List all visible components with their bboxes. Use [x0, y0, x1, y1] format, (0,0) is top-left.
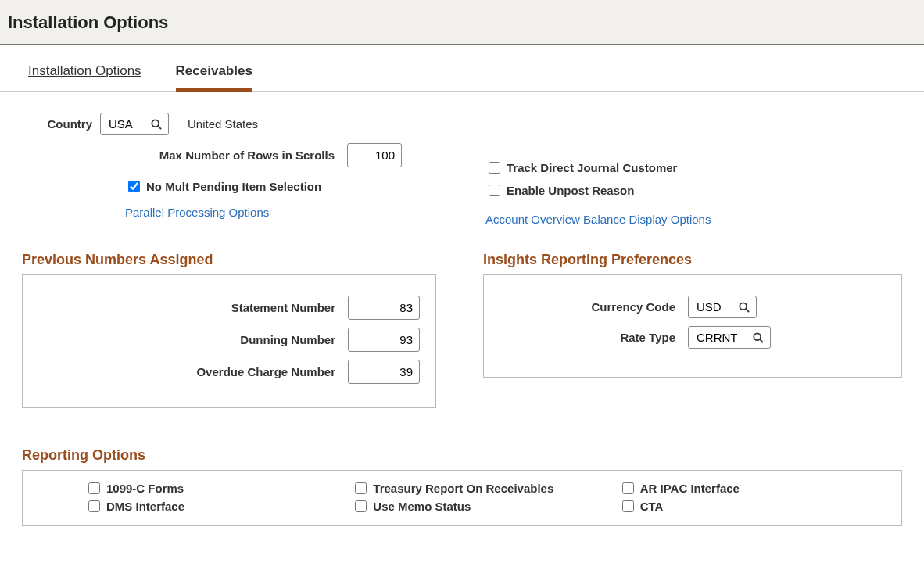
rate-type-input[interactable] [695, 330, 748, 345]
balance-display-link[interactable]: Account Overview Balance Display Options [485, 213, 711, 226]
treasury-label: Treasury Report On Receivables [373, 482, 553, 495]
svg-line-3 [746, 309, 749, 312]
memo-label: Use Memo Status [373, 500, 471, 513]
max-rows-label: Max Number of Rows in Scrolls [22, 149, 335, 162]
max-rows-input[interactable] [347, 143, 402, 167]
left-column: Country United States Max Number of Rows… [22, 113, 439, 227]
content-area: Country United States Max Number of Rows… [0, 92, 924, 547]
memo-checkbox[interactable] [355, 500, 367, 512]
country-label: Country [22, 117, 92, 131]
tab-installation-options[interactable]: Installation Options [28, 63, 141, 91]
country-input[interactable] [107, 116, 146, 131]
dms-label: DMS Interface [106, 500, 184, 513]
search-icon[interactable] [151, 119, 162, 130]
currency-code-lookup[interactable] [688, 296, 757, 318]
currency-code-input[interactable] [695, 299, 734, 314]
overdue-charge-input[interactable] [348, 360, 420, 384]
statement-number-input[interactable] [348, 296, 420, 320]
tab-bar: Installation Options Receivables [0, 45, 924, 92]
svg-point-0 [152, 120, 159, 127]
page-header: Installation Options [0, 0, 924, 45]
svg-line-1 [158, 126, 161, 129]
track-direct-checkbox[interactable] [489, 162, 500, 174]
search-icon[interactable] [739, 302, 750, 313]
page-title: Installation Options [8, 13, 916, 33]
reporting-options-title: Reporting Options [22, 447, 902, 464]
svg-point-4 [754, 333, 761, 340]
1099c-label: 1099-C Forms [106, 482, 184, 495]
svg-line-5 [760, 339, 763, 342]
country-lookup[interactable] [100, 113, 169, 135]
dunning-number-label: Dunning Number [38, 333, 335, 346]
no-mult-pending-checkbox[interactable] [128, 181, 140, 192]
reporting-options-box: 1099-C Forms DMS Interface Treasury Repo… [22, 470, 902, 526]
rate-type-lookup[interactable] [688, 326, 771, 349]
parallel-processing-link[interactable]: Parallel Processing Options [125, 206, 269, 219]
no-mult-pending-label: No Mult Pending Item Selection [146, 180, 321, 193]
svg-point-2 [740, 303, 747, 310]
ipac-label: AR IPAC Interface [640, 482, 740, 495]
insights-box: Currency Code Rate Type [483, 274, 902, 378]
right-column: Track Direct Journal Customer Enable Unp… [485, 113, 902, 227]
treasury-checkbox[interactable] [355, 482, 367, 494]
overdue-charge-label: Overdue Charge Number [38, 365, 335, 378]
rate-type-label: Rate Type [500, 331, 675, 344]
search-icon[interactable] [753, 332, 764, 343]
cta-checkbox[interactable] [622, 500, 634, 512]
track-direct-label: Track Direct Journal Customer [507, 161, 677, 174]
dunning-number-input[interactable] [348, 328, 420, 352]
cta-label: CTA [640, 500, 664, 513]
dms-checkbox[interactable] [88, 500, 100, 512]
tab-receivables[interactable]: Receivables [176, 63, 252, 92]
insights-title: Insights Reporting Preferences [483, 252, 902, 268]
enable-unpost-checkbox[interactable] [489, 185, 500, 196]
currency-code-label: Currency Code [500, 300, 675, 314]
ipac-checkbox[interactable] [622, 482, 634, 494]
1099c-checkbox[interactable] [88, 482, 100, 494]
previous-numbers-title: Previous Numbers Assigned [22, 252, 436, 268]
statement-number-label: Statement Number [38, 301, 335, 314]
enable-unpost-label: Enable Unpost Reason [507, 184, 634, 197]
previous-numbers-box: Statement Number Dunning Number Overdue … [22, 274, 436, 408]
country-description: United States [188, 117, 258, 131]
